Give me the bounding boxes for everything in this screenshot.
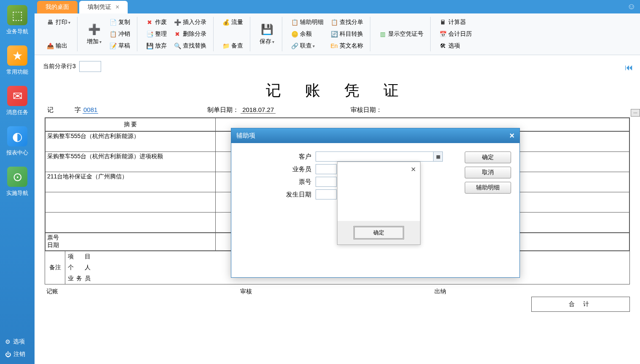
void-button[interactable]: ✖作废 — [142, 17, 170, 28]
ok-button[interactable]: 确定 — [465, 151, 511, 163]
tab-label: 填制凭证 — [88, 3, 111, 11]
logout-label: 注销 — [13, 351, 25, 358]
chevron-down-icon: ▾ — [272, 40, 274, 44]
logout-button[interactable]: ⏻ 注销 — [3, 348, 31, 361]
save-button[interactable]: 💾保存▾ — [255, 20, 278, 48]
tab-label: 我的桌面 — [46, 3, 69, 11]
customer-picker-button[interactable]: ▦ — [434, 151, 443, 162]
abandon-button[interactable]: 💾放弃 — [142, 40, 170, 51]
entry-row-input[interactable] — [79, 61, 101, 72]
subject-convert-button[interactable]: 🔄科目转换 — [327, 29, 367, 40]
occur-date-input[interactable] — [316, 189, 337, 199]
smiley-icon[interactable]: ☺ — [627, 2, 636, 11]
customer-input[interactable] — [316, 151, 434, 162]
summary-cell[interactable]: 采购整车555台（杭州吉利新能源） — [46, 132, 216, 151]
show-empty-button[interactable]: ▥显示空凭证号 — [375, 29, 427, 40]
link-query-button[interactable]: 🔗联查▾ — [287, 40, 327, 51]
sidebar-item-messages[interactable]: ✉ 消息任务 — [0, 81, 35, 121]
ribbon-toolbar: 🖶打印▾ 📤输出 ➕增加▾ 📄复制 📋冲销 📝草稿 ✖作废 📑整理 💾放弃 — [35, 13, 640, 55]
compass-icon: ⊙ — [7, 167, 27, 187]
add-button[interactable]: ➕增加▾ — [83, 20, 106, 48]
en-icon: En — [330, 42, 338, 50]
printer-icon: 🖶 — [46, 19, 54, 26]
english-name-button[interactable]: En英文名称 — [327, 40, 367, 51]
tab-desktop[interactable]: 我的桌面 — [37, 1, 78, 13]
sidebar-item-implement[interactable]: ⊙ 实施导航 — [0, 162, 35, 202]
chevron-down-icon: ▾ — [99, 40, 102, 44]
chart-icon: ◐ — [7, 126, 27, 146]
calculator-button[interactable]: 🖩计算器 — [436, 17, 475, 28]
balance-button[interactable]: 🪙余额 — [287, 29, 327, 40]
dropdown-popup: × 确定 — [337, 162, 420, 245]
sidebar-label: 实施导航 — [6, 189, 28, 197]
delete-entry-button[interactable]: ✖删除分录 — [170, 29, 210, 40]
voucher-number[interactable]: 0081 — [83, 106, 98, 114]
power-icon: ⏻ — [5, 351, 11, 358]
dialog-title-text: 辅助项 — [236, 132, 255, 140]
offset-button[interactable]: 📋冲销 — [106, 29, 134, 40]
calendar-icon: 📅 — [439, 30, 447, 38]
save-icon: 💾 — [260, 23, 274, 36]
insert-entry-button[interactable]: ➕插入分录 — [170, 17, 210, 28]
aux-detail-button[interactable]: 辅助明细 — [465, 182, 511, 194]
aux-detail-button[interactable]: 📋辅助明细 — [287, 17, 327, 28]
flow-button[interactable]: 💰流量 — [219, 17, 246, 28]
copy-button[interactable]: 📄复制 — [106, 17, 134, 28]
convert-icon: 🔄 — [330, 30, 338, 38]
mail-icon: ✉ — [7, 86, 27, 106]
sign-cashier: 出纳 — [434, 288, 628, 295]
ticket-input[interactable] — [316, 177, 337, 187]
tab-bar: 我的桌面 填制凭证 × ☺ — [35, 0, 640, 13]
popup-ok-button[interactable]: 确定 — [353, 226, 404, 239]
sidebar-label: 常用功能 — [6, 68, 28, 76]
delete-icon: ✖ — [174, 30, 181, 38]
sidebar-item-favorites[interactable]: ★ 常用功能 — [0, 40, 35, 81]
close-icon[interactable]: × — [509, 131, 514, 141]
draft-icon: 📝 — [109, 42, 117, 50]
find-icon: 📋 — [330, 19, 338, 26]
close-icon[interactable]: × — [411, 165, 416, 174]
calendar-button[interactable]: 📅会计日历 — [436, 29, 475, 40]
find-split-button[interactable]: 📋查找分单 — [327, 17, 367, 28]
tab-voucher[interactable]: 填制凭证 × — [79, 1, 128, 13]
chevron-down-icon: ▾ — [313, 44, 315, 48]
summary-cell[interactable] — [46, 192, 216, 212]
expand-button[interactable]: … — [631, 109, 640, 117]
draft-button[interactable]: 📝草稿 — [106, 40, 134, 51]
salesman-label: 业务员 — [240, 165, 316, 173]
sidebar-item-biznav[interactable]: ⬚ 业务导航 — [0, 0, 35, 40]
voucher-prefix-right: 字 — [75, 106, 81, 114]
nav-first-icon[interactable]: ⏮ — [625, 63, 633, 72]
folder-icon: 📁 — [222, 42, 230, 50]
salesman-input[interactable] — [316, 164, 337, 174]
export-button[interactable]: 📤输出 — [43, 40, 74, 51]
summary-cell[interactable]: 采购整车555台（杭州吉利新能源）进项税额 — [46, 152, 216, 172]
options-button[interactable]: ⚙ 选项 — [3, 335, 31, 348]
remarks-label: 备注 — [45, 251, 65, 284]
offset-icon: 📋 — [109, 30, 117, 38]
summary-cell[interactable] — [46, 213, 216, 232]
print-button[interactable]: 🖶打印▾ — [43, 17, 74, 28]
summary-cell[interactable]: 211台地补保证金（广州腾信） — [46, 172, 216, 192]
list-icon: 📋 — [291, 19, 298, 26]
sign-audit: 审核 — [240, 288, 434, 295]
dialog-titlebar[interactable]: 辅助项 × — [231, 128, 519, 143]
page-title: 记 账 凭 证 — [43, 80, 632, 101]
cancel-button[interactable]: 取消 — [465, 167, 511, 178]
coins-icon: 🪙 — [291, 30, 298, 38]
void-icon: ✖ — [146, 19, 153, 26]
ribbon-options-button[interactable]: 🛠选项 — [436, 40, 475, 51]
export-icon: 📤 — [46, 42, 54, 50]
find-replace-button[interactable]: 🔍查找替换 — [170, 40, 210, 51]
date-value[interactable]: 2018.07.27 — [241, 106, 276, 114]
sidebar-item-reports[interactable]: ◐ 报表中心 — [0, 121, 35, 162]
sidebar-label: 报表中心 — [6, 149, 28, 157]
empty-icon: ▥ — [379, 30, 386, 38]
sign-book: 记账 — [46, 288, 240, 295]
ticket-date-label: 日期 — [47, 242, 214, 249]
memo-button[interactable]: 📁备查 — [219, 40, 246, 51]
copy-icon: 📄 — [109, 19, 117, 26]
tidy-button[interactable]: 📑整理 — [142, 29, 170, 40]
close-icon[interactable]: × — [115, 3, 119, 11]
sidebar-bottom: ⚙ 选项 ⏻ 注销 — [0, 332, 35, 364]
